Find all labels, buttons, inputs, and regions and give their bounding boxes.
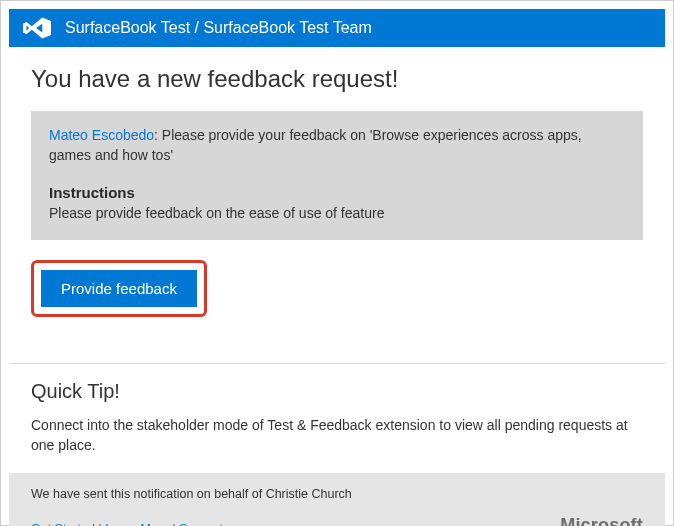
instructions-heading: Instructions: [49, 182, 625, 204]
requester-link[interactable]: Mateo Escobedo: [49, 127, 154, 143]
link-separator: |: [95, 522, 105, 526]
notification-card: SurfaceBook Test / SurfaceBook Test Team…: [0, 0, 674, 526]
footer-sent-prefix: We have sent this notification on behalf…: [31, 487, 266, 501]
vs-logo-icon: [23, 17, 51, 39]
header-bar: SurfaceBook Test / SurfaceBook Test Team: [9, 9, 665, 47]
request-details-box: Mateo Escobedo: Please provide your feed…: [31, 111, 643, 240]
get-started-link[interactable]: Get Started: [31, 522, 95, 526]
cta-highlight: Provide feedback: [31, 260, 207, 317]
request-message: Mateo Escobedo: Please provide your feed…: [49, 125, 625, 166]
footer-sent-name: Christie Church: [266, 487, 352, 501]
page-title: You have a new feedback request!: [31, 65, 643, 93]
main-content: You have a new feedback request! Mateo E…: [9, 47, 665, 337]
link-separator: |: [169, 522, 179, 526]
footer-links: Get Started | Learn More | Support: [31, 522, 223, 526]
learn-more-link[interactable]: Learn More: [105, 522, 169, 526]
provide-feedback-button[interactable]: Provide feedback: [41, 270, 197, 307]
microsoft-logo: Microsoft: [560, 515, 643, 526]
support-link[interactable]: Support: [179, 522, 223, 526]
footer-row: Get Started | Learn More | Support Micro…: [31, 515, 643, 526]
quick-tip-title: Quick Tip!: [31, 380, 643, 403]
header-title: SurfaceBook Test / SurfaceBook Test Team: [65, 19, 372, 37]
footer: We have sent this notification on behalf…: [9, 473, 665, 526]
quick-tip-section: Quick Tip! Connect into the stakeholder …: [9, 364, 665, 474]
instructions-text: Please provide feedback on the ease of u…: [49, 203, 625, 223]
quick-tip-body: Connect into the stakeholder mode of Tes…: [31, 415, 643, 456]
footer-sent-on-behalf: We have sent this notification on behalf…: [31, 487, 643, 501]
